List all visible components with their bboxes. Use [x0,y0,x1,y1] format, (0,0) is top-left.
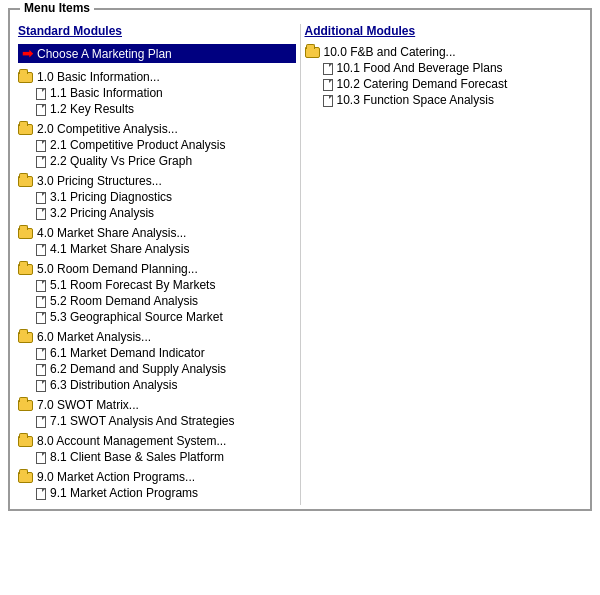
doc-icon [36,378,50,392]
folder-icon [18,174,37,188]
section-s3: 3.0 Pricing Structures...3.1 Pricing Dia… [18,173,296,221]
folder-icon [18,470,37,484]
doc-icon [36,346,50,360]
section-header-s2[interactable]: 2.0 Competitive Analysis... [18,121,296,137]
menu-item-label: 2.1 Competitive Product Analysis [50,138,225,152]
folder-icon [18,262,37,276]
menu-item[interactable]: 7.1 SWOT Analysis And Strategies [36,413,296,429]
doc-icon [323,93,337,107]
doc-icon [36,486,50,500]
menu-item[interactable]: 8.1 Client Base & Sales Platform [36,449,296,465]
menu-item-label: 7.1 SWOT Analysis And Strategies [50,414,235,428]
folder-icon [18,398,37,412]
panel-legend: Menu Items [20,1,94,15]
menu-item[interactable]: 6.1 Market Demand Indicator [36,345,296,361]
menu-item[interactable]: 2.1 Competitive Product Analysis [36,137,296,153]
doc-icon [36,278,50,292]
menu-item-label: 9.1 Market Action Programs [50,486,198,500]
menu-item[interactable]: 3.2 Pricing Analysis [36,205,296,221]
standard-modules-column: Standard Modules ➡ Choose A Marketing Pl… [14,24,301,505]
menu-item[interactable]: 4.1 Market Share Analysis [36,241,296,257]
section-s6: 6.0 Market Analysis...6.1 Market Demand … [18,329,296,393]
menu-item-label: 10.2 Catering Demand Forecast [337,77,508,91]
menu-item-label: 1.1 Basic Information [50,86,163,100]
menu-item[interactable]: 10.1 Food And Beverage Plans [323,60,583,76]
menu-item-label: 5.1 Room Forecast By Markets [50,278,215,292]
menu-item-label: 5.3 Geographical Source Market [50,310,223,324]
doc-icon [36,362,50,376]
section-header-s4[interactable]: 4.0 Market Share Analysis... [18,225,296,241]
arrow-icon: ➡ [22,46,33,61]
section-items-s8: 8.1 Client Base & Sales Platform [36,449,296,465]
menu-item-label: 5.2 Room Demand Analysis [50,294,198,308]
menu-item-label: 4.1 Market Share Analysis [50,242,189,256]
doc-icon [323,61,337,75]
menu-item[interactable]: 2.2 Quality Vs Price Graph [36,153,296,169]
doc-icon [323,77,337,91]
menu-item-label: 2.2 Quality Vs Price Graph [50,154,192,168]
menu-item[interactable]: 9.1 Market Action Programs [36,485,296,501]
section-s4: 4.0 Market Share Analysis...4.1 Market S… [18,225,296,257]
section-items-s9: 9.1 Market Action Programs [36,485,296,501]
menu-item[interactable]: 5.2 Room Demand Analysis [36,293,296,309]
standard-modules-header: Standard Modules [18,24,296,38]
menu-item-label: 3.1 Pricing Diagnostics [50,190,172,204]
section-header-s8[interactable]: 8.0 Account Management System... [18,433,296,449]
menu-items-panel: Menu Items Standard Modules ➡ Choose A M… [8,8,592,511]
doc-icon [36,102,50,116]
section-header-s1[interactable]: 1.0 Basic Information... [18,69,296,85]
choose-marketing-plan-item[interactable]: ➡ Choose A Marketing Plan [18,44,296,63]
doc-icon [36,414,50,428]
folder-icon [18,122,37,136]
section-header-s5[interactable]: 5.0 Room Demand Planning... [18,261,296,277]
doc-icon [36,206,50,220]
section-items-s1: 1.1 Basic Information1.2 Key Results [36,85,296,117]
menu-item[interactable]: 6.2 Demand and Supply Analysis [36,361,296,377]
section-items-s5: 5.1 Room Forecast By Markets5.2 Room Dem… [36,277,296,325]
folder-icon [18,226,37,240]
menu-item[interactable]: 3.1 Pricing Diagnostics [36,189,296,205]
menu-item[interactable]: 5.3 Geographical Source Market [36,309,296,325]
additional-modules-column: Additional Modules 10.0 F&B and Catering… [301,24,587,505]
section-label: 2.0 Competitive Analysis... [37,122,178,136]
section-items-s3: 3.1 Pricing Diagnostics3.2 Pricing Analy… [36,189,296,221]
section-items-s6: 6.1 Market Demand Indicator6.2 Demand an… [36,345,296,393]
section-label: 1.0 Basic Information... [37,70,160,84]
section-header-s3[interactable]: 3.0 Pricing Structures... [18,173,296,189]
menu-item[interactable]: 10.2 Catering Demand Forecast [323,76,583,92]
menu-item[interactable]: 5.1 Room Forecast By Markets [36,277,296,293]
right-sections-container: 10.0 F&B and Catering...10.1 Food And Be… [305,44,583,108]
folder-icon [18,70,37,84]
section-header-s7[interactable]: 7.0 SWOT Matrix... [18,397,296,413]
menu-item-label: 10.3 Function Space Analysis [337,93,494,107]
doc-icon [36,86,50,100]
section-s8: 8.0 Account Management System...8.1 Clie… [18,433,296,465]
left-sections-container: 1.0 Basic Information...1.1 Basic Inform… [18,69,296,501]
section-label: 4.0 Market Share Analysis... [37,226,186,240]
selected-item-label: Choose A Marketing Plan [37,47,172,61]
folder-icon [18,434,37,448]
menu-item-label: 6.1 Market Demand Indicator [50,346,205,360]
doc-icon [36,138,50,152]
section-label: 5.0 Room Demand Planning... [37,262,198,276]
section-s2: 2.0 Competitive Analysis...2.1 Competiti… [18,121,296,169]
section-header-s9[interactable]: 9.0 Market Action Programs... [18,469,296,485]
menu-item[interactable]: 10.3 Function Space Analysis [323,92,583,108]
section-items-s2: 2.1 Competitive Product Analysis2.2 Qual… [36,137,296,169]
doc-icon [36,450,50,464]
section-header-r1[interactable]: 10.0 F&B and Catering... [305,44,583,60]
section-r1: 10.0 F&B and Catering...10.1 Food And Be… [305,44,583,108]
section-s7: 7.0 SWOT Matrix...7.1 SWOT Analysis And … [18,397,296,429]
section-label: 7.0 SWOT Matrix... [37,398,139,412]
additional-modules-header: Additional Modules [305,24,583,38]
menu-item[interactable]: 1.2 Key Results [36,101,296,117]
menu-item[interactable]: 1.1 Basic Information [36,85,296,101]
menu-item[interactable]: 6.3 Distribution Analysis [36,377,296,393]
section-s1: 1.0 Basic Information...1.1 Basic Inform… [18,69,296,117]
menu-item-label: 8.1 Client Base & Sales Platform [50,450,224,464]
section-s9: 9.0 Market Action Programs...9.1 Market … [18,469,296,501]
menu-item-label: 10.1 Food And Beverage Plans [337,61,503,75]
section-label: 3.0 Pricing Structures... [37,174,162,188]
section-header-s6[interactable]: 6.0 Market Analysis... [18,329,296,345]
section-items-s7: 7.1 SWOT Analysis And Strategies [36,413,296,429]
